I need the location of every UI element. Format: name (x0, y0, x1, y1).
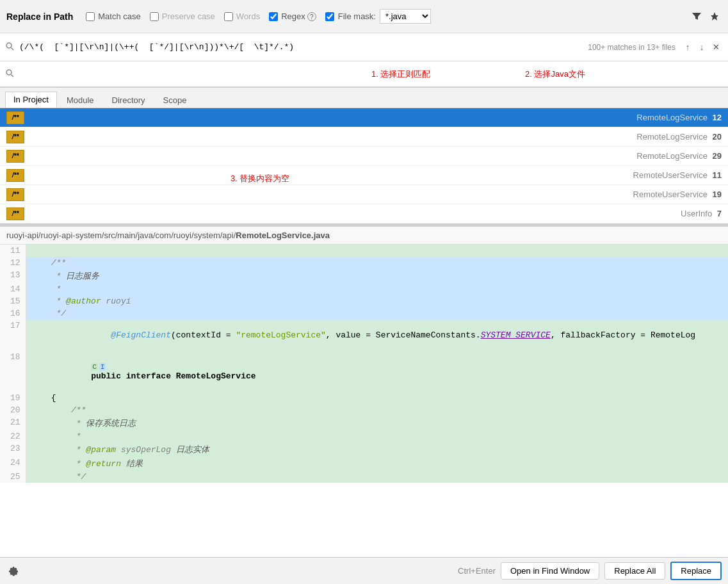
filter-icon[interactable] (690, 10, 704, 24)
line-content: * (26, 283, 728, 295)
result-item[interactable]: /** UserInfo 7 (0, 204, 728, 223)
result-item[interactable]: /** RemoteLogService 12 (0, 108, 728, 127)
line-number: 16 (0, 307, 26, 320)
file-path-bar: ruoyi-api/ruoyi-api-system/src/main/java… (0, 227, 728, 245)
navigate-prev-icon[interactable]: ↑ (681, 40, 695, 54)
dialog-title: Replace in Path (6, 12, 73, 22)
line-number: 24 (0, 457, 26, 471)
result-file-icon: /** (6, 207, 24, 220)
code-line-16: 16 */ (0, 307, 728, 320)
result-filename: RemoteLogService (636, 113, 708, 122)
line-content: /** (26, 257, 728, 269)
result-filename: RemoteLogService (636, 151, 708, 161)
line-number: 13 (0, 269, 26, 283)
search-icon (5, 42, 14, 53)
code-line-18: 18 C I public interface RemoteLogService (0, 351, 728, 392)
line-content: */ (26, 471, 728, 483)
line-content: * @author ruoyi (26, 295, 728, 307)
result-item[interactable]: /** RemoteUserService 19 (0, 185, 728, 204)
result-filename: RemoteUserService (633, 170, 708, 180)
line-content: * 保存系统日志 (26, 416, 728, 430)
regex-group[interactable]: Regex ? (269, 12, 316, 21)
preserve-case-label: Preserve case (162, 12, 215, 21)
replace-button[interactable]: Replace (670, 562, 722, 580)
header-bar: Replace in Path Match case Preserve case… (0, 0, 728, 33)
preserve-case-checkbox[interactable] (150, 12, 159, 21)
line-number: 23 (0, 442, 26, 457)
file-path-filename: RemoteLogService.java (236, 231, 330, 240)
line-content: * (26, 430, 728, 442)
line-number: 21 (0, 416, 26, 430)
line-number: 22 (0, 430, 26, 442)
match-case-group[interactable]: Match case (86, 12, 140, 21)
main-container: Replace in Path Match case Preserve case… (0, 0, 728, 584)
code-line-15: 15 * @author ruoyi (0, 295, 728, 307)
result-file-icon: /** (6, 169, 24, 182)
line-number: 15 (0, 295, 26, 307)
result-item[interactable]: /** RemoteLogService 20 (0, 127, 728, 147)
match-count: 100+ matches in 13+ files (588, 43, 675, 52)
words-checkbox[interactable] (224, 12, 233, 21)
file-mask-group[interactable]: File mask: *.java (325, 9, 431, 24)
code-line-23: 23 * @param sysOperLog 日志实体 (0, 442, 728, 457)
result-file-icon: /** (6, 188, 24, 201)
match-case-checkbox[interactable] (86, 12, 95, 21)
svg-line-3 (12, 75, 14, 77)
replace-icon (5, 69, 14, 79)
line-content: @FeignClient(contextId = "remoteLogServi… (26, 320, 728, 351)
line-number: 12 (0, 257, 26, 269)
preserve-case-group[interactable]: Preserve case (150, 12, 215, 21)
result-item[interactable]: /** RemoteUserService 11 (0, 166, 728, 185)
result-line: 29 (710, 151, 722, 161)
override-icon: I (99, 363, 106, 371)
settings-icon[interactable] (6, 564, 20, 578)
result-file-icon: /** (6, 150, 24, 163)
search-row: 100+ matches in 13+ files ↑ ↓ ✕ (0, 33, 728, 61)
line-content: * 日志服务 (26, 269, 728, 283)
result-filename: RemoteLogService (636, 132, 708, 142)
tab-module[interactable]: Module (58, 92, 102, 108)
code-line-11: 11 (0, 245, 728, 257)
code-table: 11 12 /** 13 * 日志服务 14 * (0, 245, 728, 483)
tab-scope[interactable]: Scope (155, 92, 195, 108)
navigate-next-icon[interactable]: ↓ (695, 40, 709, 54)
code-line-20: 20 /** (0, 404, 728, 416)
code-area: 11 12 /** 13 * 日志服务 14 * (0, 245, 728, 557)
annotation-3: 3. 替换内容为空 (231, 173, 289, 184)
line-content: */ (26, 307, 728, 320)
svg-point-2 (6, 70, 12, 75)
line-content: /** (26, 404, 728, 416)
results-list: /** RemoteLogService 12 /** RemoteLogSer… (0, 108, 728, 224)
bottom-bar: Ctrl+Enter Open in Find Window Replace A… (0, 557, 728, 584)
code-line-25: 25 */ (0, 471, 728, 483)
line-number: 11 (0, 245, 26, 257)
keyboard-shortcut: Ctrl+Enter (458, 566, 496, 576)
file-mask-select[interactable]: *.java (380, 9, 431, 24)
regex-checkbox[interactable] (269, 12, 278, 21)
file-path-prefix: ruoyi-api/ruoyi-api-system/src/main/java… (6, 231, 236, 240)
regex-label-wrap: Regex ? (281, 12, 316, 21)
words-group[interactable]: Words (224, 12, 260, 21)
match-case-label: Match case (98, 12, 140, 21)
result-item[interactable]: /** RemoteLogService 29 (0, 147, 728, 166)
replace-all-button[interactable]: Replace All (604, 562, 665, 580)
tab-in-project[interactable]: In Project (5, 92, 57, 108)
file-mask-checkbox[interactable] (325, 12, 334, 21)
search-area: 100+ matches in 13+ files ↑ ↓ ✕ (0, 33, 728, 88)
code-line-24: 24 * @return 结果 (0, 457, 728, 471)
annotation-2: 2. 选择Java文件 (525, 69, 585, 80)
search-input[interactable] (19, 42, 588, 52)
regex-help-icon[interactable]: ? (307, 12, 316, 21)
line-number: 14 (0, 283, 26, 295)
result-filename: UserInfo (681, 209, 712, 218)
open-find-window-button[interactable]: Open in Find Window (501, 562, 599, 580)
header-icons (690, 10, 722, 24)
pin-icon[interactable] (708, 10, 722, 24)
result-line: 11 (710, 170, 722, 180)
line-number: 18 (0, 351, 26, 392)
line-content: * @param sysOperLog 日志实体 (26, 442, 728, 457)
code-line-13: 13 * 日志服务 (0, 269, 728, 283)
tab-directory[interactable]: Directory (104, 92, 154, 108)
svg-point-0 (6, 43, 12, 48)
close-search-icon[interactable]: ✕ (709, 40, 723, 54)
